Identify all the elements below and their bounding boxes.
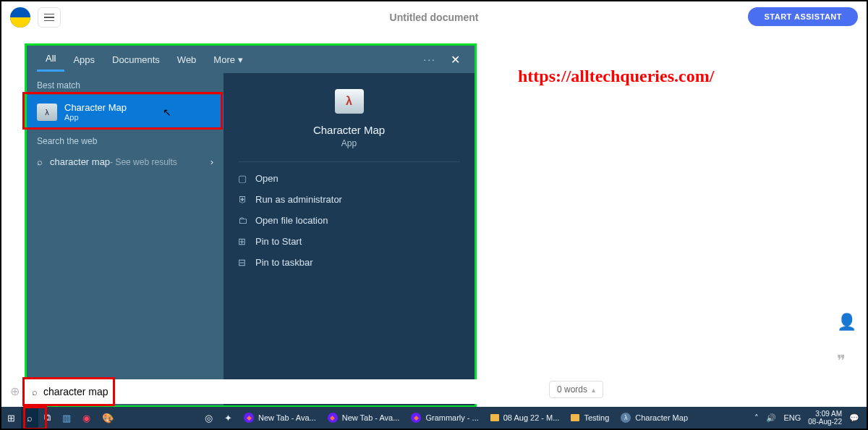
task-view-icon: ⧉ xyxy=(44,412,51,423)
chevron-right-icon: › xyxy=(210,156,213,167)
clock-time: 3:09 AM xyxy=(808,410,842,418)
best-match-result[interactable]: λ Character Map App ↖ xyxy=(27,95,224,129)
action-label: Pin to Start xyxy=(255,236,302,247)
taskbar-search-button[interactable]: ⌕ xyxy=(21,407,38,429)
result-title: Character Map xyxy=(64,102,127,113)
clock-date: 08-Aug-22 xyxy=(808,418,842,426)
search-icon: ⌕ xyxy=(32,387,38,397)
language-indicator[interactable]: ENG xyxy=(783,413,801,422)
action-open[interactable]: ▢Open xyxy=(238,168,460,189)
taskbar-window[interactable]: ◆New Tab - Ava... xyxy=(322,407,406,429)
web-result-row[interactable]: ⌕ character map - See web results › xyxy=(27,151,224,173)
web-suffix: - See web results xyxy=(110,157,177,167)
page-add-icon[interactable]: ⊕ xyxy=(10,384,20,398)
brave-icon: ◆ xyxy=(328,413,338,423)
tab-all[interactable]: All xyxy=(37,47,64,72)
charmap-icon: λ xyxy=(621,413,631,423)
pinned-app[interactable]: ✦ xyxy=(218,407,238,429)
app-icon: ✦ xyxy=(224,413,232,423)
windows-icon: ⊞ xyxy=(7,413,15,423)
tab-apps[interactable]: Apps xyxy=(64,49,103,71)
start-assistant-button[interactable]: START ASSISTANT xyxy=(748,7,858,26)
task-view-button[interactable]: ⧉ xyxy=(38,407,56,429)
windows-search-panel: All Apps Documents Web More ▾ ··· ✕ Best… xyxy=(25,43,477,408)
taskbar-window[interactable]: ◆New Tab - Ava... xyxy=(238,407,322,429)
hero-title: Character Map xyxy=(224,124,475,136)
action-pin-taskbar[interactable]: ⊟Pin to taskbar xyxy=(238,252,460,273)
chrome-icon: ◎ xyxy=(205,413,213,423)
pin-icon: ⊟ xyxy=(238,257,255,268)
hero-subtitle: App xyxy=(224,138,475,148)
web-query: character map xyxy=(50,156,110,167)
taskbar-label: Character Map xyxy=(635,413,688,422)
action-run-admin[interactable]: ⛨Run as administrator xyxy=(238,189,460,210)
close-icon[interactable]: ✕ xyxy=(446,53,464,67)
tab-documents[interactable]: Documents xyxy=(103,49,169,71)
action-pin-start[interactable]: ⊞Pin to Start xyxy=(238,231,460,252)
taskbar-label: 08 Aug 22 - M... xyxy=(503,413,560,422)
action-label: Open file location xyxy=(255,215,328,226)
search-icon: ⌕ xyxy=(27,413,33,423)
app-logo-icon xyxy=(10,7,30,28)
divider xyxy=(238,161,460,162)
action-label: Open xyxy=(255,173,278,184)
charmap-icon: λ xyxy=(37,104,57,121)
admin-icon: ⛨ xyxy=(238,194,255,205)
taskbar-window[interactable]: λCharacter Map xyxy=(615,407,694,429)
search-tabs: All Apps Documents Web More ▾ ··· ✕ xyxy=(27,46,475,73)
tray-chevron-icon[interactable]: ˄ xyxy=(754,413,759,423)
app-header: Untitled document START ASSISTANT xyxy=(1,1,867,33)
brave-icon: ◆ xyxy=(244,413,254,423)
pinned-app[interactable]: ◉ xyxy=(77,407,96,429)
pin-icon: ⊞ xyxy=(238,236,255,247)
taskbar: ⊞ ⌕ ⧉ ▥ ◉ 🎨 ◎ ✦ ◆New Tab - Ava... ◆New T… xyxy=(1,407,867,429)
hero-charmap-icon: λ xyxy=(335,89,364,114)
tab-more[interactable]: More ▾ xyxy=(205,49,251,71)
taskbar-label: Testing xyxy=(584,413,609,422)
search-input[interactable] xyxy=(43,386,469,397)
pinned-app[interactable]: ▥ xyxy=(56,407,77,429)
quote-icon[interactable]: ❞ xyxy=(837,352,856,371)
app-icon: ▥ xyxy=(62,413,71,423)
app-icon: ◉ xyxy=(82,413,90,423)
watermark-url: https://alltechqueries.com/ xyxy=(518,67,714,86)
action-label: Run as administrator xyxy=(255,194,342,205)
taskbar-window[interactable]: Testing xyxy=(565,407,615,429)
search-icon: ⌕ xyxy=(37,156,43,167)
best-match-heading: Best match xyxy=(27,73,224,95)
start-button[interactable]: ⊞ xyxy=(1,407,21,429)
folder-icon: 🗀 xyxy=(238,215,255,226)
clock[interactable]: 3:09 AM 08-Aug-22 xyxy=(808,410,842,426)
search-input-bar[interactable]: ⌕ xyxy=(25,379,477,404)
taskbar-label: New Tab - Ava... xyxy=(342,413,400,422)
app-icon: 🎨 xyxy=(102,413,114,423)
action-label: Pin to taskbar xyxy=(255,257,313,268)
notifications-icon[interactable]: 💬 xyxy=(849,413,859,423)
menu-button[interactable] xyxy=(38,7,61,28)
person-icon[interactable]: 👤 xyxy=(837,313,856,332)
word-count-badge[interactable]: 0 words xyxy=(549,381,603,398)
volume-icon[interactable]: 🔊 xyxy=(766,413,776,423)
open-icon: ▢ xyxy=(238,173,255,184)
document-title: Untitled document xyxy=(390,12,479,23)
taskbar-label: Grammarly - ... xyxy=(425,413,478,422)
taskbar-window[interactable]: ◆Grammarly - ... xyxy=(405,407,484,429)
cursor-icon: ↖ xyxy=(163,106,171,118)
tab-web[interactable]: Web xyxy=(169,49,205,71)
search-web-heading: Search the web xyxy=(27,129,224,151)
taskbar-label: New Tab - Ava... xyxy=(258,413,316,422)
result-subtitle: App xyxy=(64,113,127,122)
folder-icon xyxy=(571,414,579,421)
tab-overflow-icon[interactable]: ··· xyxy=(417,54,442,65)
pinned-chrome[interactable]: ◎ xyxy=(199,407,218,429)
action-open-location[interactable]: 🗀Open file location xyxy=(238,210,460,231)
pinned-app[interactable]: 🎨 xyxy=(96,407,119,429)
folder-icon xyxy=(490,414,499,421)
taskbar-window[interactable]: 08 Aug 22 - M... xyxy=(485,407,566,429)
brave-icon: ◆ xyxy=(411,413,421,423)
